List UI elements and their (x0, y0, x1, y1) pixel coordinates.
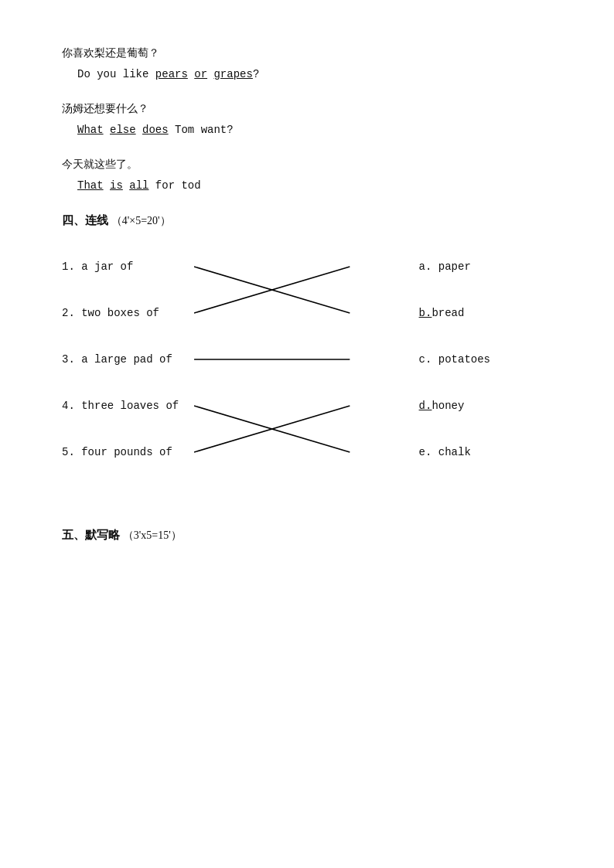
section-five: 五、默写略 （3'x5=15'） (62, 528, 552, 543)
connect-left-items: 1. a jar of 2. two boxes of 3. a large p… (62, 243, 179, 475)
question-3-chinese: 你喜欢梨还是葡萄？ (62, 46, 552, 60)
question-4-english: What else does Tom want? (77, 124, 552, 136)
right-item-d: d. honey (419, 383, 490, 429)
section-five-header: 五、默写略 （3'x5=15'） (62, 528, 552, 543)
grapes-underline: grapes (213, 68, 252, 80)
section-four-header: 四、连线 （4'×5=20'） (62, 213, 552, 228)
question-3: 你喜欢梨还是葡萄？ Do you like pears or grapes? (62, 46, 552, 80)
is-underline: is (110, 179, 123, 192)
left-item-1: 1. a jar of (62, 243, 179, 290)
svg-line-0 (194, 267, 350, 313)
questions-section: 你喜欢梨还是葡萄？ Do you like pears or grapes? 汤… (62, 46, 552, 192)
that-underline: That (77, 179, 104, 192)
left-item-5: 5. four pounds of (62, 429, 179, 475)
right-item-b: b. bread (419, 290, 490, 336)
connect-container: 1. a jar of 2. two boxes of 3. a large p… (62, 243, 552, 506)
question-5-english: That is all for tod (77, 179, 552, 192)
left-item-2: 2. two boxes of (62, 290, 179, 336)
right-item-c: c. potatoes (419, 336, 490, 383)
question-4: 汤姆还想要什么？ What else does Tom want? (62, 102, 552, 136)
section-four: 四、连线 （4'×5=20'） 1. a jar of 2. two boxes… (62, 213, 552, 506)
all-underline: all (129, 179, 148, 192)
connect-right-items: a. paper b. bread c. potatoes d. honey e… (419, 243, 490, 475)
pears-underline: pears (155, 68, 188, 80)
question-3-english: Do you like pears or grapes? (77, 68, 552, 80)
or-underline-1: or (194, 68, 207, 80)
question-4-chinese: 汤姆还想要什么？ (62, 102, 552, 116)
svg-line-2 (194, 406, 350, 452)
connect-section: 1. a jar of 2. two boxes of 3. a large p… (62, 243, 552, 506)
right-item-a: a. paper (419, 243, 490, 290)
question-5-chinese: 今天就这些了。 (62, 158, 552, 172)
else-underline: else (110, 124, 136, 136)
what-underline: What (77, 124, 104, 136)
svg-line-1 (194, 267, 350, 313)
question-5: 今天就这些了。 That is all for tod (62, 158, 552, 192)
does-underline: does (142, 124, 169, 136)
svg-line-3 (194, 406, 350, 452)
left-item-3: 3. a large pad of (62, 336, 179, 383)
left-item-4: 4. three loaves of (62, 383, 179, 429)
right-item-e: e. chalk (419, 429, 490, 475)
